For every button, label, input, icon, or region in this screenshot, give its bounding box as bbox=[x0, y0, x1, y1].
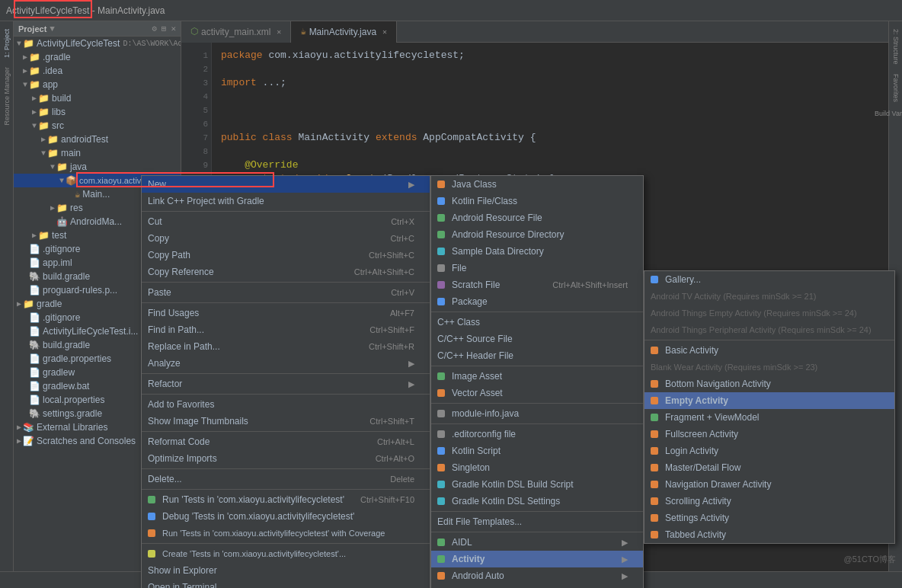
menu-item-cut[interactable]: Cut Ctrl+X bbox=[142, 213, 430, 230]
menu-item-run-tests[interactable]: Run 'Tests in 'com.xiaoyu.activitylifecy… bbox=[142, 491, 430, 508]
folder-icon: 📁 bbox=[56, 161, 68, 173]
menu-item-activity[interactable]: Activity ▶ bbox=[431, 551, 643, 567]
menu-item-vector-asset[interactable]: Vector Asset bbox=[431, 385, 643, 401]
menu-item-debug-tests[interactable]: Debug 'Tests in 'com.xiaoyu.activitylife… bbox=[142, 508, 430, 525]
menu-item-analyze[interactable]: Analyze ▶ bbox=[142, 355, 430, 372]
menu-item-singleton[interactable]: Singleton bbox=[431, 459, 643, 476]
menu-item-refactor[interactable]: Refactor ▶ bbox=[142, 375, 430, 392]
menu-item-kotlin-class[interactable]: Kotlin File/Class bbox=[431, 193, 643, 209]
menu-item-folder[interactable]: Folder ▶ bbox=[431, 584, 643, 588]
menu-label-text: Kotlin Script bbox=[452, 446, 501, 456]
menu-item-copy-ref[interactable]: Copy Reference Ctrl+Alt+Shift+C bbox=[142, 264, 430, 280]
menu-item-nav-drawer[interactable]: Navigation Drawer Activity bbox=[645, 476, 894, 493]
menu-item-settings[interactable]: Settings Activity bbox=[645, 510, 894, 526]
sidebar-item-project[interactable]: 1: Project bbox=[2, 24, 12, 62]
menu-item-find-usages[interactable]: Find Usages Alt+F7 bbox=[142, 305, 430, 321]
menu-item-fragment-viewmodel[interactable]: Fragment + ViewModel bbox=[645, 409, 894, 426]
menu-item-find-path[interactable]: Find in Path... Ctrl+Shift+F bbox=[142, 321, 430, 338]
tree-item-idea[interactable]: ▶ 📁 .idea bbox=[14, 64, 181, 78]
menu-item-reformat[interactable]: Reformat Code Ctrl+Alt+L bbox=[142, 433, 430, 450]
tree-item-libs[interactable]: ▶ 📁 libs bbox=[14, 105, 181, 119]
menu-item-basic-activity[interactable]: Basic Activity bbox=[645, 342, 894, 359]
menu-item-java-class[interactable]: Java Class bbox=[431, 176, 643, 193]
folder-icon: 📁 bbox=[38, 120, 50, 132]
menu-item-image-asset[interactable]: Image Asset bbox=[431, 368, 643, 385]
sidebar-item-resource[interactable]: Resource Manager bbox=[2, 62, 12, 130]
tree-label: gradle.properties bbox=[43, 353, 111, 364]
gradle-icon: 🐘 bbox=[29, 408, 40, 420]
login-icon bbox=[651, 447, 658, 455]
menu-item-label: Navigation Drawer Activity bbox=[651, 479, 771, 490]
panel-close-btn[interactable]: ✕ bbox=[171, 24, 176, 34]
tree-item-java[interactable]: ▼ 📁 java bbox=[14, 160, 181, 174]
sidebar-item-favorites[interactable]: Favorites bbox=[891, 69, 901, 107]
menu-item-empty-activity[interactable]: Empty Activity bbox=[645, 392, 894, 409]
menu-item-login[interactable]: Login Activity bbox=[645, 443, 894, 459]
menu-item-create-tests[interactable]: Create 'Tests in 'com.xiaoyu.activitylif… bbox=[142, 545, 430, 562]
menu-item-delete[interactable]: Delete... Delete bbox=[142, 471, 430, 487]
android-icon bbox=[437, 214, 445, 222]
tree-label: build.gradle bbox=[43, 271, 90, 282]
menu-item-sample-data[interactable]: Sample Data Directory bbox=[431, 243, 643, 260]
tree-item-main[interactable]: ▼ 📁 main bbox=[14, 146, 181, 160]
menu-item-master-detail[interactable]: Master/Detail Flow bbox=[645, 459, 894, 476]
menu-item-show-thumbnails[interactable]: Show Image Thumbnails Ctrl+Shift+T bbox=[142, 413, 430, 430]
menu-item-android-dir[interactable]: Android Resource Directory bbox=[431, 226, 643, 243]
menu-item-editorconfig[interactable]: .editorconfig file bbox=[431, 426, 643, 443]
menu-label-text: Scratch File bbox=[452, 280, 500, 290]
menu-item-new[interactable]: New ▶ bbox=[142, 176, 430, 193]
menu-item-cpp-class[interactable]: C++ Class bbox=[431, 314, 643, 331]
menu-item-gradle-dsl[interactable]: Gradle Kotlin DSL Build Script bbox=[431, 476, 643, 493]
menu-item-android-auto[interactable]: Android Auto ▶ bbox=[431, 567, 643, 584]
menu-item-show-explorer[interactable]: Show in Explorer bbox=[142, 562, 430, 579]
menu-item-copy-path[interactable]: Copy Path Ctrl+Shift+C bbox=[142, 247, 430, 264]
menu-item-kotlin-script[interactable]: Kotlin Script bbox=[431, 443, 643, 459]
menu-label-text: Image Asset bbox=[452, 371, 502, 382]
gradle-icon: 🐘 bbox=[29, 271, 40, 283]
menu-item-link-cpp[interactable]: Link C++ Project with Gradle bbox=[142, 193, 430, 209]
menu-label-text: Run 'Tests in 'com.xiaoyu.activitylifecy… bbox=[162, 529, 385, 538]
menu-item-module-info[interactable]: module-info.java bbox=[431, 405, 643, 422]
tab-close-btn[interactable]: ✕ bbox=[382, 27, 387, 37]
tree-item-app[interactable]: ▼ 📁 app bbox=[14, 78, 181, 91]
menu-item-cpp-header[interactable]: C/C++ Header File bbox=[431, 347, 643, 364]
menu-item-file[interactable]: File bbox=[431, 260, 643, 276]
menu-item-aidl[interactable]: AIDL ▶ bbox=[431, 534, 643, 551]
menu-label-text: Edit File Templates... bbox=[437, 516, 522, 527]
menu-item-replace-path[interactable]: Replace in Path... Ctrl+Shift+R bbox=[142, 338, 430, 355]
title-text: ActivityLifeCycleTest - MainActivity.jav… bbox=[6, 5, 165, 16]
menu-item-scrolling[interactable]: Scrolling Activity bbox=[645, 493, 894, 510]
tab-close-btn[interactable]: ✕ bbox=[277, 27, 281, 37]
tree-item-src[interactable]: ▼ 📁 src bbox=[14, 119, 181, 133]
tree-item-root[interactable]: ▼ 📁 ActivityLifeCycleTest D:\AS\WORK\Act… bbox=[14, 37, 181, 50]
menu-item-open-terminal[interactable]: Open in Terminal bbox=[142, 579, 430, 588]
tree-label: java bbox=[70, 161, 87, 172]
fragment-vm-icon bbox=[651, 414, 658, 421]
tree-item-build[interactable]: ▶ 📁 build bbox=[14, 91, 181, 105]
menu-item-scratch[interactable]: Scratch File Ctrl+Alt+Shift+Insert bbox=[431, 276, 643, 293]
menu-item-optimize-imports[interactable]: Optimize Imports Ctrl+Alt+O bbox=[142, 450, 430, 467]
menu-item-paste[interactable]: Paste Ctrl+V bbox=[142, 284, 430, 301]
tab-activity-xml[interactable]: ⬡ activity_main.xml ✕ bbox=[181, 21, 291, 43]
menu-item-android-resource[interactable]: Android Resource File bbox=[431, 209, 643, 226]
menu-item-package[interactable]: Package bbox=[431, 293, 643, 310]
menu-item-bottom-nav[interactable]: Bottom Navigation Activity bbox=[645, 375, 894, 392]
menu-item-gallery[interactable]: Gallery... bbox=[645, 271, 894, 288]
tree-item-androidtest[interactable]: ▶ 📁 androidTest bbox=[14, 133, 181, 146]
menu-item-copy[interactable]: Copy Ctrl+C bbox=[142, 230, 430, 247]
menu-item-add-favorites[interactable]: Add to Favorites bbox=[142, 396, 430, 413]
tree-item-gradle[interactable]: ▶ 📁 .gradle bbox=[14, 50, 181, 64]
menu-item-tabbed[interactable]: Tabbed Activity bbox=[645, 526, 894, 543]
tab-mainactivity-java[interactable]: ☕ MainActivity.java ✕ bbox=[291, 21, 397, 43]
menu-item-edit-templates[interactable]: Edit File Templates... bbox=[431, 513, 643, 530]
panel-dropdown-arrow[interactable]: ▼ bbox=[50, 24, 55, 34]
panel-settings-btn[interactable]: ⚙ bbox=[152, 24, 157, 34]
menu-separator bbox=[142, 282, 430, 283]
menu-item-fullscreen[interactable]: Fullscreen Activity bbox=[645, 426, 894, 443]
sidebar-item-structure[interactable]: 2: Structure bbox=[891, 24, 901, 69]
panel-expand-btn[interactable]: ⊞ bbox=[162, 24, 167, 34]
menu-item-cpp-source[interactable]: C/C++ Source File bbox=[431, 331, 643, 347]
menu-item-run-coverage[interactable]: Run 'Tests in 'com.xiaoyu.activitylifecy… bbox=[142, 525, 430, 542]
sidebar-item-build-variants[interactable]: Build Variants bbox=[874, 107, 902, 120]
menu-item-gradle-dsl-settings[interactable]: Gradle Kotlin DSL Settings bbox=[431, 493, 643, 510]
